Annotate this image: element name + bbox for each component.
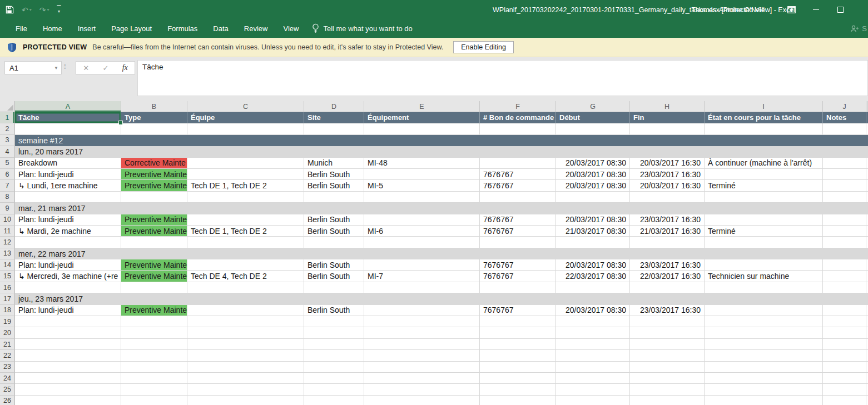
cell-A22[interactable]	[15, 350, 121, 361]
row-header-2[interactable]: 2	[0, 123, 15, 134]
cell-G16[interactable]	[556, 282, 630, 293]
cell-G14[interactable]: 20/03/2017 08:30	[556, 259, 630, 271]
row-header-5[interactable]: 5	[0, 158, 15, 169]
row-header-12[interactable]: 12	[0, 237, 15, 248]
cell-I19[interactable]	[705, 316, 823, 327]
cell-F10[interactable]: 7676767	[480, 214, 556, 226]
cell-F19[interactable]	[480, 316, 556, 327]
row-header-19[interactable]: 19	[0, 316, 15, 327]
cell-F1[interactable]: # Bon de commande	[480, 112, 556, 123]
cell-D2[interactable]	[304, 123, 364, 134]
cell-I1[interactable]: État en cours pour la tâche	[705, 112, 823, 123]
row-header-20[interactable]: 20	[0, 327, 15, 338]
cell-D15[interactable]: Berlin South	[304, 271, 364, 282]
cell-G19[interactable]	[556, 316, 630, 327]
cell-E6[interactable]	[364, 169, 480, 180]
cell-C21[interactable]	[187, 339, 304, 350]
tab-page-layout[interactable]: Page Layout	[103, 19, 160, 38]
cell-F21[interactable]	[480, 339, 556, 350]
cell-E15[interactable]: MI-7	[364, 271, 480, 282]
cell-G7[interactable]: 20/03/2017 08:30	[556, 180, 630, 191]
cell-C10[interactable]	[187, 214, 304, 226]
customize-quick-access-icon[interactable]: ▔▾	[57, 7, 61, 13]
cell-H7[interactable]: 20/03/2017 16:30	[630, 180, 705, 191]
cell-D7[interactable]: Berlin South	[304, 180, 364, 191]
cell-E19[interactable]	[364, 316, 480, 327]
cell-F8[interactable]	[480, 192, 556, 203]
cell-G24[interactable]	[556, 373, 630, 384]
cell-E21[interactable]	[364, 339, 480, 350]
cell-A12[interactable]	[15, 237, 121, 248]
cell-F18[interactable]: 7676767	[480, 305, 556, 316]
cell-C16[interactable]	[187, 282, 304, 293]
maximize-icon[interactable]	[828, 0, 852, 19]
cell-H6[interactable]: 23/03/2017 16:30	[630, 169, 705, 180]
undo-icon[interactable]: ↶▾	[22, 6, 32, 14]
cell-D11[interactable]: Berlin South	[304, 226, 364, 237]
cell-C26[interactable]	[187, 396, 304, 405]
cell-C6[interactable]	[187, 169, 304, 180]
cell-B2[interactable]	[121, 123, 187, 134]
row-band-4[interactable]: lun., 20 mars 2017	[15, 146, 868, 157]
redo-icon[interactable]: ↷▾	[39, 6, 49, 14]
cell-G12[interactable]	[556, 237, 630, 248]
column-header-F[interactable]: F	[480, 101, 556, 112]
cell-I20[interactable]	[705, 327, 823, 338]
cell-B23[interactable]	[121, 362, 187, 373]
cell-C5[interactable]	[187, 158, 304, 169]
cell-C19[interactable]	[187, 316, 304, 327]
cell-E26[interactable]	[364, 396, 480, 405]
cell-C25[interactable]	[187, 384, 304, 395]
cell-I11[interactable]: Terminé	[705, 226, 823, 237]
column-header-J[interactable]: J	[823, 101, 866, 112]
account-user-name[interactable]: Thomas-Antoine O'Neill	[691, 6, 765, 14]
cell-B6[interactable]: Preventive Mainte	[121, 169, 187, 180]
cell-A1[interactable]: Tâche	[15, 112, 121, 123]
row-header-26[interactable]: 26	[0, 396, 15, 405]
cell-E14[interactable]	[364, 259, 480, 271]
cell-J15[interactable]	[823, 271, 866, 282]
cell-J19[interactable]	[823, 316, 866, 327]
cell-F5[interactable]	[480, 158, 556, 169]
row-band-3[interactable]: semaine #12	[15, 135, 868, 146]
cell-B26[interactable]	[121, 396, 187, 405]
row-header-11[interactable]: 11	[0, 226, 15, 237]
cell-E7[interactable]: MI-5	[364, 180, 480, 191]
cell-B10[interactable]: Preventive Mainte	[121, 214, 187, 226]
cell-D8[interactable]	[304, 192, 364, 203]
cell-D5[interactable]: Munich	[304, 158, 364, 169]
cell-H11[interactable]: 21/03/2017 16:30	[630, 226, 705, 237]
cell-C1[interactable]: Équipe	[187, 112, 304, 123]
cell-E18[interactable]	[364, 305, 480, 316]
cell-J8[interactable]	[823, 192, 866, 203]
cell-E10[interactable]	[364, 214, 480, 226]
cell-H2[interactable]	[630, 123, 705, 134]
cell-H10[interactable]: 23/03/2017 16:30	[630, 214, 705, 226]
cell-I16[interactable]	[705, 282, 823, 293]
cell-A6[interactable]: Plan: lundi-jeudi	[15, 169, 121, 180]
cell-H26[interactable]	[630, 396, 705, 405]
cell-G11[interactable]: 21/03/2017 08:30	[556, 226, 630, 237]
cell-E8[interactable]	[364, 192, 480, 203]
cell-I18[interactable]	[705, 305, 823, 316]
cell-I25[interactable]	[705, 384, 823, 395]
cell-G21[interactable]	[556, 339, 630, 350]
cell-A23[interactable]	[15, 362, 121, 373]
cell-A16[interactable]	[15, 282, 121, 293]
cell-A21[interactable]	[15, 339, 121, 350]
formula-bar-input[interactable]: Tâche	[137, 60, 868, 96]
cell-G15[interactable]: 22/03/2017 08:30	[556, 271, 630, 282]
cell-C12[interactable]	[187, 237, 304, 248]
row-header-8[interactable]: 8	[0, 192, 15, 203]
cell-I26[interactable]	[705, 396, 823, 405]
cell-J11[interactable]	[823, 226, 866, 237]
cell-C14[interactable]	[187, 259, 304, 271]
minimize-icon[interactable]	[803, 0, 828, 19]
cell-J7[interactable]	[823, 180, 866, 191]
cell-A15[interactable]: ↳ Mercredi, 3e machine (+re	[15, 271, 121, 282]
cell-D21[interactable]	[304, 339, 364, 350]
cell-I23[interactable]	[705, 362, 823, 373]
cell-B22[interactable]	[121, 350, 187, 361]
cell-J12[interactable]	[823, 237, 866, 248]
cell-A26[interactable]	[15, 396, 121, 405]
